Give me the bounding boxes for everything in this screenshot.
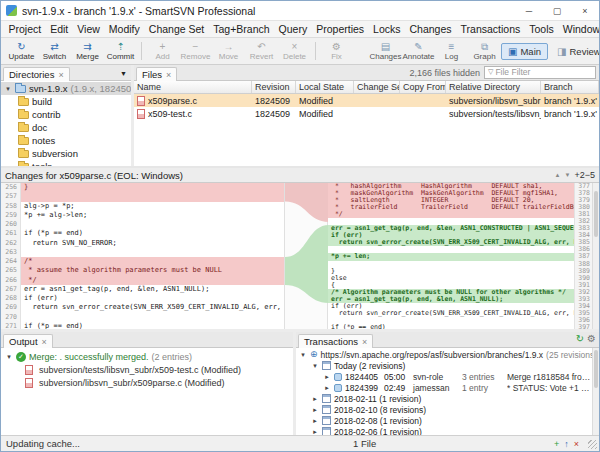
toolbar-button[interactable]: × Delete [278, 39, 311, 63]
next-change-icon[interactable]: ▼ [565, 172, 571, 178]
toolbar-button[interactable]: ⇉ Merge [71, 39, 104, 63]
directory-item[interactable]: contrib [1, 108, 131, 121]
close-button[interactable]: × [571, 1, 599, 20]
line-number: 264 [1, 257, 21, 266]
toolbar-button[interactable]: ⚙ Fix [320, 39, 353, 63]
chevron-right-icon[interactable]: ▸ [311, 417, 319, 425]
chevron-down-icon[interactable]: ▾ [5, 353, 13, 361]
chevron-down-icon[interactable]: ▾ [4, 85, 12, 93]
menu-item[interactable]: Properties [312, 23, 369, 35]
menu-item[interactable]: Changes [405, 23, 456, 35]
tab-close-icon[interactable]: × [58, 70, 63, 80]
menu-item[interactable]: Modify [104, 23, 144, 35]
previous-change-icon[interactable]: ▲ [555, 172, 561, 178]
settings-gear-icon[interactable]: ⚙ [587, 333, 599, 347]
output-message-row[interactable]: ▾ ✓ Merge: . successfully merged. (2 ent… [1, 350, 293, 363]
tab-close-icon[interactable]: × [42, 337, 47, 347]
transaction-group[interactable]: ▸ 2018-02-10 (8 revisions) [296, 404, 592, 415]
resize-grip[interactable] [588, 440, 597, 449]
menu-item[interactable]: Change Set [144, 23, 208, 35]
menu-item[interactable]: Query [274, 23, 312, 35]
menu-item[interactable]: View [73, 23, 105, 35]
tab-close-icon[interactable]: × [166, 70, 171, 80]
menu-item[interactable]: Tools [525, 23, 559, 35]
tab-close-icon[interactable]: × [362, 337, 367, 347]
maximize-button[interactable]: ▢ [543, 1, 571, 20]
column-header-revision[interactable]: Revision [252, 81, 296, 93]
directory-root[interactable]: ▾ svn-1.9.x (1.9.x, 1824509) [1, 82, 131, 95]
chevron-down-icon[interactable]: ▾ [299, 351, 307, 359]
toolbar-button[interactable] [137, 39, 146, 63]
transaction-group[interactable]: ▸ 2018-02-06 (1 revision) [296, 426, 592, 435]
toolbar-button[interactable]: + Add [146, 39, 179, 63]
scrollbar-thumb[interactable] [594, 191, 598, 237]
revision-row[interactable]: ▸ 1824405 05:00 svn-role 3 entries Merge… [296, 371, 592, 382]
diff-right-pane[interactable]: * hashAlgorithm HashAlgorithm DEFAULT sh… [328, 183, 592, 329]
transaction-group[interactable]: ▸ 2018-02-08 (1 revision) [296, 415, 592, 426]
scrollbar-thumb[interactable] [594, 350, 598, 388]
column-header-relative-directory[interactable]: Relative Directory [446, 81, 541, 93]
diff-scrollbar[interactable] [592, 183, 599, 329]
refresh-icon[interactable]: ↻ [576, 333, 587, 347]
toolbar-button[interactable] [353, 39, 369, 63]
transactions-scrollbar[interactable] [592, 348, 599, 435]
chevron-right-icon[interactable]: ▸ [311, 428, 319, 436]
toolbar-button[interactable]: ≡ Log [435, 39, 468, 63]
column-header-copy-from[interactable]: Copy From [400, 81, 446, 93]
tab-directories[interactable]: Directories × [3, 67, 70, 81]
toolbar-button[interactable]: ✎ Annotate [402, 39, 435, 63]
transaction-group-today[interactable]: ▾ Today (2 revisions) [296, 360, 592, 371]
directory-root-meta: (1.9.x, 1824509) [71, 83, 131, 94]
transaction-group-label: 2018-02-10 (8 revisions) [334, 405, 426, 415]
directory-item[interactable]: subversion [1, 147, 131, 160]
directory-item[interactable]: notes [1, 134, 131, 147]
window-title: svn-1.9.x - branch '1.9.x' - SmartSVN Pr… [22, 5, 255, 17]
revision-row[interactable]: ▸ 1824399 02:49 jamessan 1 entry * STATU… [296, 382, 592, 393]
chevron-right-icon[interactable]: ▸ [311, 395, 319, 403]
review-view-button[interactable]: ◨ Review [550, 43, 600, 60]
toolbar-button[interactable]: ↻ Update [5, 39, 38, 63]
chevron-right-icon[interactable]: ▸ [323, 373, 331, 381]
menu-item[interactable]: Transactions [456, 23, 525, 35]
output-entry-row[interactable]: subversion/tests/libsvn_subr/x509-test.c… [1, 363, 293, 376]
calendar-icon [322, 394, 331, 403]
column-header-change-set[interactable]: Change Set [354, 81, 400, 93]
toolbar-button[interactable]: − Remove [179, 39, 212, 63]
menu-item[interactable]: Window [558, 23, 600, 35]
menu-item[interactable]: Edit [46, 23, 73, 35]
menu-item[interactable]: Tag+Branch [209, 23, 274, 35]
toolbar-button[interactable]: ↶ Revert [245, 39, 278, 63]
menu-item[interactable]: Locks [369, 23, 405, 35]
chevron-right-icon[interactable]: ▸ [323, 384, 331, 392]
transaction-group[interactable]: ▸ 2018-02-11 (1 revision) [296, 393, 592, 404]
main-view-button[interactable]: ▣ Main [501, 43, 548, 60]
diff-left-pane[interactable]: 256 } 257 258 alg->p = *p; 259 *p += alg… [1, 183, 284, 329]
file-row[interactable]: x509-test.c 1824509 Modified subversion/… [134, 107, 599, 120]
directory-item[interactable]: doc [1, 121, 131, 134]
chevron-right-icon[interactable]: ▸ [311, 406, 319, 414]
repository-url-row[interactable]: ▾ ⊕ https://svn.apache.org/repos/asf/sub… [296, 349, 592, 360]
output-entry-row[interactable]: subversion/libsvn_subr/x509parse.c (Modi… [1, 376, 293, 389]
column-header-branch[interactable]: Branch [541, 81, 599, 93]
column-header-name[interactable]: Name [134, 81, 252, 93]
directory-item[interactable]: build [1, 95, 131, 108]
tab-output[interactable]: Output × [3, 334, 53, 348]
file-branch: branch '1.9.x' [541, 109, 599, 119]
chevron-down-icon[interactable]: ▾ [311, 362, 319, 370]
tab-transactions[interactable]: Transactions × [298, 334, 373, 348]
output-tab-bar: Output × [1, 332, 293, 348]
toolbar-button[interactable]: → Move [212, 39, 245, 63]
file-filter-input[interactable] [495, 67, 592, 77]
toolbar-button[interactable] [311, 39, 320, 63]
toolbar-button[interactable]: ⇡ Commit [104, 39, 137, 63]
minimize-button[interactable]: ─ [515, 1, 543, 20]
panel-menu-icon[interactable]: ▼ [120, 70, 131, 80]
column-header-local-state[interactable]: Local State [296, 81, 354, 93]
file-row[interactable]: x509parse.c 1824509 Modified subversion/… [134, 94, 599, 107]
tab-files[interactable]: Files × [136, 67, 177, 81]
status-bar: Updating cache... 1 File + ↑ × [1, 435, 599, 451]
menu-item[interactable]: Project [4, 23, 46, 35]
toolbar-button[interactable]: ▤ Changes [369, 39, 402, 63]
toolbar-button[interactable]: ⧉ Graph [468, 39, 501, 63]
toolbar-button[interactable]: ⇄ Switch [38, 39, 71, 63]
